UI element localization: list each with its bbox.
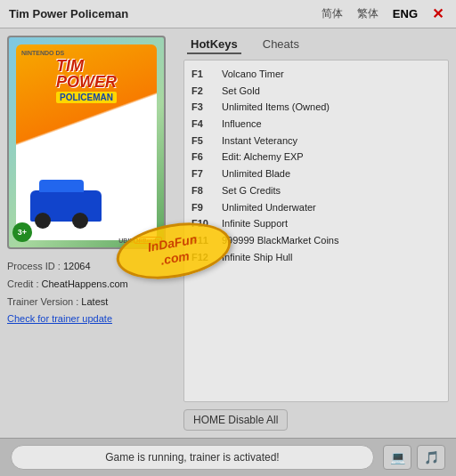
hotkey-key: F6 — [191, 149, 216, 165]
home-disable-all-button[interactable]: HOME Disable All — [183, 409, 288, 431]
trainer-value: Latest — [81, 296, 108, 307]
monitor-icon-button[interactable]: 💻 — [383, 445, 411, 470]
hotkey-row: F8Set G Credits — [191, 182, 441, 199]
trainer-label: Trainer Version : — [7, 296, 78, 307]
tab-hotkeys[interactable]: HotKeys — [187, 36, 241, 54]
trainer-row: Trainer Version : Latest — [7, 294, 176, 311]
game-subtitle: POLICEMAN — [56, 92, 117, 103]
tabs: HotKeys Cheats — [183, 36, 449, 54]
nintendo-ds-text: NINTENDO DS — [21, 50, 64, 56]
process-row: Process ID : 12064 — [7, 258, 176, 276]
status-message: Game is running, trainer is activated! — [11, 445, 374, 470]
hotkey-row: F10Infinite Support — [191, 215, 441, 232]
hotkey-row: F9Unlimited Underwater — [191, 199, 441, 216]
lang-english[interactable]: ENG — [389, 5, 421, 22]
lang-area: 简体 繁体 ENG ✕ — [318, 4, 447, 23]
hotkey-desc: Infinite Ship Hull — [222, 249, 293, 266]
process-value: 12064 — [63, 261, 91, 271]
hotkey-desc: Set G Credits — [222, 182, 281, 199]
update-link[interactable]: Check for trainer update — [7, 313, 112, 324]
hotkey-row: F6Edit: Alchemy EXP — [191, 149, 441, 165]
hotkey-row: F3Unlimited Items (Owned) — [191, 99, 441, 116]
hotkey-key: F3 — [191, 99, 216, 116]
hotkey-desc: Infinite Support — [222, 215, 288, 232]
update-link-row: Check for trainer update — [7, 311, 176, 328]
hotkey-desc: Unlimited Underwater — [222, 199, 316, 216]
hotkey-row: F5Instant Veterancy — [191, 133, 441, 149]
hotkey-key: F1 — [191, 66, 216, 83]
tab-cheats[interactable]: Cheats — [259, 36, 303, 54]
hotkey-key: F9 — [191, 199, 216, 216]
hotkey-key: F10 — [191, 215, 216, 232]
monitor-icon: 💻 — [390, 450, 405, 464]
hotkey-desc: Influence — [222, 116, 262, 133]
credit-value: CheatHappens.com — [42, 278, 128, 289]
police-car — [30, 190, 102, 222]
hotkey-row: F12Infinite Ship Hull — [191, 249, 441, 266]
hotkey-row: F1Volcano Timer — [191, 66, 441, 83]
process-label: Process ID : — [7, 261, 61, 271]
ds-label: NINTENDO DS TIMPOWER POLICEMAN — [16, 44, 157, 240]
hotkey-desc: Set Gold — [222, 83, 260, 100]
hotkey-desc: Unlimited Blade — [222, 165, 290, 182]
lang-simplified[interactable]: 简体 — [318, 4, 346, 23]
credit-row: Credit : CheatHappens.com — [7, 276, 176, 294]
hotkey-key: F7 — [191, 165, 216, 182]
hotkey-row: F4Influence — [191, 116, 441, 133]
nintendo-logo: Nintendo — [134, 237, 162, 244]
character-area — [21, 103, 151, 235]
hotkey-key: F11 — [191, 232, 216, 249]
hotkey-desc: Instant Veterancy — [222, 133, 297, 149]
hotkey-key: F12 — [191, 249, 216, 266]
hotkey-desc: Edit: Alchemy EXP — [222, 149, 304, 165]
status-bar: Game is running, trainer is activated! 💻… — [0, 438, 456, 476]
lang-traditional[interactable]: 繁体 — [354, 4, 382, 23]
game-image: NINTENDO DS TIMPOWER POLICEMAN 3+ UBISOF… — [7, 36, 166, 249]
title-bar: Tim Power Policeman 简体 繁体 ENG ✕ — [0, 0, 456, 28]
hotkeys-list: F1Volcano TimerF2Set GoldF3Unlimited Ite… — [183, 60, 449, 402]
music-icon-button[interactable]: 🎵 — [417, 445, 445, 470]
music-icon: 🎵 — [424, 450, 439, 464]
hotkey-row: F2Set Gold — [191, 83, 441, 100]
right-panel: HotKeys Cheats F1Volcano TimerF2Set Gold… — [183, 36, 449, 431]
close-button[interactable]: ✕ — [428, 5, 447, 22]
age-badge: 3+ — [12, 222, 32, 242]
hotkey-row: F11999999 BlackMarket Coins — [191, 232, 441, 249]
hotkey-desc: Volcano Timer — [222, 66, 284, 83]
hotkey-key: F2 — [191, 83, 216, 100]
main-content: NINTENDO DS TIMPOWER POLICEMAN 3+ UBISOF… — [0, 28, 456, 438]
hotkey-row: F7Unlimited Blade — [191, 165, 441, 182]
hotkey-key: F4 — [191, 116, 216, 133]
hotkey-desc: 999999 BlackMarket Coins — [222, 232, 338, 249]
hotkey-key: F5 — [191, 133, 216, 149]
app-title: Tim Power Policeman — [9, 7, 128, 20]
hotkey-desc: Unlimited Items (Owned) — [222, 99, 330, 116]
game-title: TIMPOWER — [56, 58, 117, 90]
left-panel: NINTENDO DS TIMPOWER POLICEMAN 3+ UBISOF… — [7, 36, 176, 431]
credit-label: Credit : — [7, 278, 38, 289]
hotkey-key: F8 — [191, 182, 216, 199]
info-section: Process ID : 12064 Credit : CheatHappens… — [7, 258, 176, 328]
game-image-inner: NINTENDO DS TIMPOWER POLICEMAN 3+ UBISOF… — [9, 37, 164, 247]
status-icons: 💻 🎵 — [383, 445, 445, 470]
